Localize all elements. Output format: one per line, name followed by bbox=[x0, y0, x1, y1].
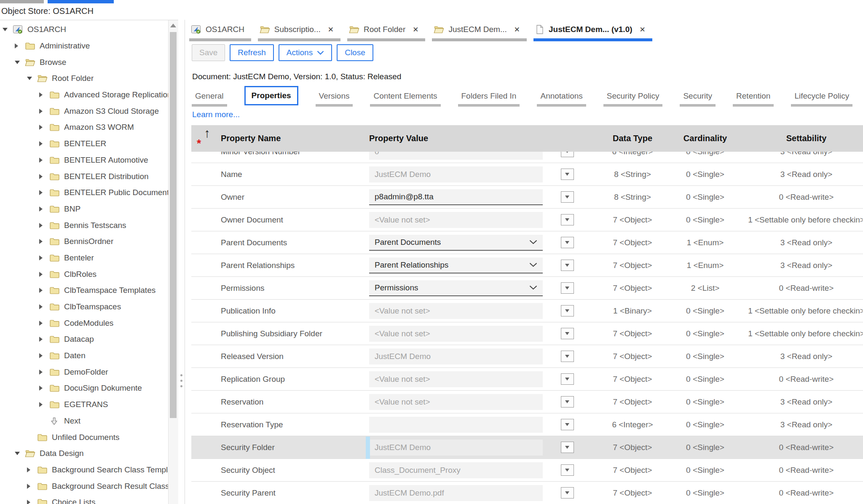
tree-item-clbteamspace-templates[interactable]: ClbTeamspace Templates bbox=[0, 282, 168, 299]
expand-arrow-icon[interactable] bbox=[39, 223, 49, 228]
property-row-publication-info[interactable]: Publication Info <Value not set> 1 <Bina… bbox=[191, 300, 863, 322]
tree-item-amazon-s3-worm[interactable]: Amazon S3 WORM bbox=[0, 119, 168, 136]
tab-os1arch[interactable]: OS1ARCH bbox=[189, 23, 251, 41]
expand-arrow-icon[interactable] bbox=[39, 272, 49, 277]
expand-arrow-icon[interactable] bbox=[39, 321, 49, 326]
tree-item-clbteamspaces[interactable]: ClbTeamspaces bbox=[0, 299, 168, 315]
property-row-reservation-type[interactable]: Reservation Type 6 <Integer> 0 <Single> … bbox=[191, 413, 863, 436]
subtab-general[interactable]: General bbox=[192, 91, 227, 107]
expand-arrow-icon[interactable] bbox=[39, 337, 49, 342]
tree-item-demofolder[interactable]: DemoFolder bbox=[0, 364, 168, 380]
tab-justecm-dem-v1-0[interactable]: JustECM Dem... (v1.0) ✕ bbox=[533, 23, 652, 41]
sort-ascending-icon[interactable]: ↑ bbox=[204, 126, 210, 140]
property-dropdown-button[interactable] bbox=[561, 396, 574, 407]
tree-item-background-search-result-classes[interactable]: Background Search Result Classes bbox=[0, 478, 168, 494]
expand-arrow-icon[interactable] bbox=[39, 304, 49, 309]
subtab-security-policy[interactable]: Security Policy bbox=[603, 91, 663, 107]
save-button[interactable]: Save bbox=[192, 44, 225, 61]
property-row-name[interactable]: Name JustECM Demo 8 <String> 0 <Single> … bbox=[191, 163, 863, 186]
property-row-security-object[interactable]: Security Object Class_Document_Proxy 7 <… bbox=[191, 459, 863, 482]
tree-item-advanced-storage-replication[interactable]: Advanced Storage Replication bbox=[0, 87, 168, 103]
property-dropdown-button[interactable] bbox=[561, 487, 574, 499]
tree-item-next[interactable]: Next bbox=[0, 413, 168, 429]
property-row-released-version[interactable]: Released Version JustECM Demo 7 <Object>… bbox=[191, 345, 863, 368]
close-tab-icon[interactable]: ✕ bbox=[413, 25, 418, 34]
tree-item-background-search-class-templates[interactable]: Background Search Class Templates bbox=[0, 462, 168, 478]
property-value-select[interactable]: Parent Documents bbox=[369, 235, 543, 251]
close-button[interactable]: Close bbox=[337, 44, 373, 61]
expand-arrow-icon[interactable] bbox=[39, 255, 49, 260]
property-dropdown-button[interactable] bbox=[561, 214, 574, 225]
property-dropdown-button[interactable] bbox=[561, 152, 574, 157]
tree-item-benteler[interactable]: Benteler bbox=[0, 250, 168, 266]
property-dropdown-button[interactable] bbox=[561, 351, 574, 362]
collapse-arrow-icon[interactable] bbox=[27, 77, 37, 80]
subtab-security[interactable]: Security bbox=[680, 91, 716, 107]
expand-arrow-icon[interactable] bbox=[39, 158, 49, 163]
property-row-publishing-subsidiary-folder[interactable]: Publishing Subsidiary Folder <Value not … bbox=[191, 322, 863, 345]
tree-item-clbroles[interactable]: ClbRoles bbox=[0, 266, 168, 282]
property-dropdown-button[interactable] bbox=[561, 260, 574, 271]
tree-item-choice-lists[interactable]: Choice Lists bbox=[0, 494, 168, 504]
expand-arrow-icon[interactable] bbox=[15, 43, 25, 48]
expand-arrow-icon[interactable] bbox=[39, 386, 49, 391]
scrollbar-up-arrow-icon[interactable] bbox=[170, 24, 176, 27]
property-dropdown-button[interactable] bbox=[561, 464, 574, 476]
tab-subscriptio[interactable]: Subscriptio... ✕ bbox=[258, 23, 340, 41]
expand-arrow-icon[interactable] bbox=[39, 239, 49, 244]
property-dropdown-button[interactable] bbox=[561, 237, 574, 248]
expand-arrow-icon[interactable] bbox=[39, 92, 49, 97]
tree-item-egetrans[interactable]: EGETRANS bbox=[0, 397, 168, 413]
property-dropdown-button[interactable] bbox=[561, 373, 574, 385]
property-dropdown-button[interactable] bbox=[561, 191, 574, 203]
tree-item-datacap[interactable]: Datacap bbox=[0, 331, 168, 348]
property-row-owner[interactable]: Owner p8admin@p8.tta 8 <String> 0 <Singl… bbox=[191, 186, 863, 209]
tree-item-os1arch[interactable]: OS1ARCH bbox=[0, 21, 168, 38]
expand-arrow-icon[interactable] bbox=[39, 190, 49, 195]
expand-arrow-icon[interactable] bbox=[39, 353, 49, 358]
subtab-annotations[interactable]: Annotations bbox=[537, 91, 586, 107]
sidebar-scrollbar[interactable] bbox=[168, 20, 178, 504]
tree-item-codemodules[interactable]: CodeModules bbox=[0, 315, 168, 331]
tree-item-bnp[interactable]: BNP bbox=[0, 201, 168, 217]
tree-item-bennis-testscans[interactable]: Bennis Testscans bbox=[0, 217, 168, 233]
property-dropdown-button[interactable] bbox=[561, 442, 574, 453]
expand-arrow-icon[interactable] bbox=[27, 484, 37, 489]
expand-arrow-icon[interactable] bbox=[39, 125, 49, 130]
property-dropdown-button[interactable] bbox=[561, 328, 574, 339]
expand-arrow-icon[interactable] bbox=[39, 109, 49, 114]
property-dropdown-button[interactable] bbox=[561, 282, 574, 294]
subtab-retention[interactable]: Retention bbox=[733, 91, 774, 107]
tree-item-benteler-distribution[interactable]: BENTELER Distribution bbox=[0, 168, 168, 185]
close-tab-icon[interactable]: ✕ bbox=[514, 25, 520, 34]
property-row-security-parent[interactable]: Security Parent JustECM Demo.pdf 7 <Obje… bbox=[191, 482, 863, 504]
property-row-parent-documents[interactable]: Parent Documents Parent Documents 7 <Obj… bbox=[191, 231, 863, 254]
subtab-content-elements[interactable]: Content Elements bbox=[370, 91, 440, 107]
property-value-select[interactable]: Parent Relationships bbox=[369, 257, 543, 273]
subtab-versions[interactable]: Versions bbox=[316, 91, 353, 107]
tree-item-docusign-dokumente[interactable]: DocuSign Dokumente bbox=[0, 380, 168, 397]
subtab-lifecycle-policy[interactable]: Lifecycle Policy bbox=[791, 91, 852, 107]
expand-arrow-icon[interactable] bbox=[39, 288, 49, 293]
close-tab-icon[interactable]: ✕ bbox=[328, 25, 334, 34]
tree-item-benteler-public-documents[interactable]: BENTELER Public Documents bbox=[0, 185, 168, 201]
tree-item-bennisordner[interactable]: BennisOrdner bbox=[0, 233, 168, 250]
tree-item-administrative[interactable]: Administrative bbox=[0, 38, 168, 54]
property-dropdown-button[interactable] bbox=[561, 169, 574, 180]
learn-more-link[interactable]: Learn more... bbox=[192, 110, 240, 119]
property-value-input[interactable]: p8admin@p8.tta bbox=[369, 189, 543, 205]
tree-item-root-folder[interactable]: Root Folder bbox=[0, 70, 168, 87]
tree-item-browse[interactable]: Browse bbox=[0, 54, 168, 70]
tree-item-benteler[interactable]: BENTELER bbox=[0, 136, 168, 152]
close-tab-icon[interactable]: ✕ bbox=[640, 25, 646, 34]
expand-arrow-icon[interactable] bbox=[39, 206, 49, 212]
property-row-owner-document[interactable]: Owner Document <Value not set> 7 <Object… bbox=[191, 209, 863, 231]
expand-arrow-icon[interactable] bbox=[39, 370, 49, 375]
tree-item-daten[interactable]: Daten bbox=[0, 348, 168, 364]
collapse-arrow-icon[interactable] bbox=[3, 28, 13, 31]
subtab-properties[interactable]: Properties bbox=[244, 86, 298, 105]
expand-arrow-icon[interactable] bbox=[27, 467, 37, 472]
property-row-parent-relationships[interactable]: Parent Relationships Parent Relationship… bbox=[191, 254, 863, 277]
collapse-arrow-icon[interactable] bbox=[15, 452, 25, 455]
expand-arrow-icon[interactable] bbox=[39, 141, 49, 146]
